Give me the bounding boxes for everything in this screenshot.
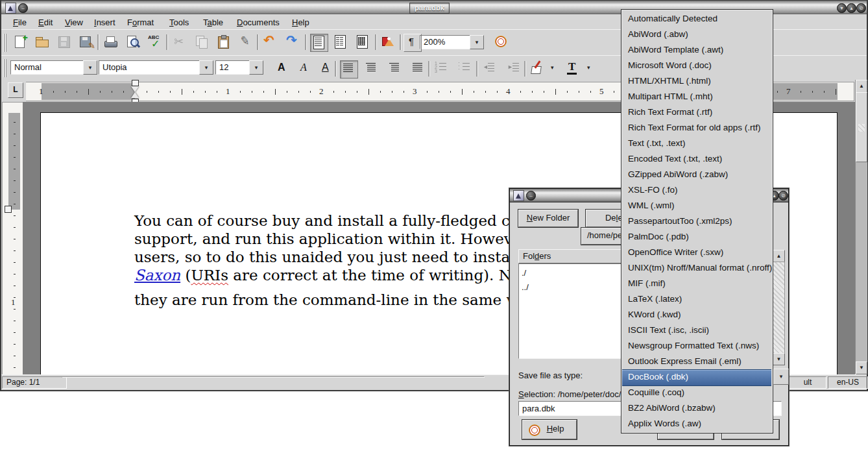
format-option[interactable]: ISCII Text (.isc, .iscii) [622, 323, 772, 338]
stylus-icon[interactable]: ✎ [237, 34, 254, 51]
font-combo[interactable]: Utopia [99, 60, 206, 75]
format-option[interactable]: UNIX(tm) Nroff/Manual format (.nroff) [622, 260, 772, 276]
format-option[interactable]: MIF (.mif) [622, 276, 772, 291]
menu-item-file[interactable]: File [13, 17, 27, 28]
spellcheck-icon[interactable]: ABC✓ [147, 34, 163, 51]
align-justify-icon[interactable] [410, 60, 427, 77]
format-option[interactable]: HTML/XHTML (.html) [622, 73, 772, 89]
format-option[interactable]: Multipart HTML (.mht) [622, 89, 772, 104]
redo-icon[interactable]: ↷ [284, 34, 301, 51]
pilcrow-icon[interactable]: ¶ [404, 34, 422, 52]
save-as-icon[interactable]: ✎ [78, 34, 95, 51]
format-option[interactable]: AbiWord (.abw) [622, 27, 772, 42]
new-document-icon[interactable]: + [12, 34, 29, 51]
bold-icon[interactable]: A [274, 60, 291, 77]
files-scroll-up-button[interactable]: ▲ [773, 250, 785, 262]
italic-icon[interactable]: A [296, 60, 313, 77]
format-option[interactable]: Microsoft Word (.doc) [622, 58, 772, 73]
style-combo-arrow[interactable]: ▾ [83, 60, 97, 75]
increase-indent-icon[interactable]: ► [506, 60, 523, 77]
underline-icon[interactable]: A [318, 60, 335, 77]
format-option[interactable]: OpenOffice Writer (.sxw) [622, 245, 772, 260]
format-option[interactable]: KWord (.kwd) [622, 307, 772, 323]
format-option[interactable]: Text (.txt, .text) [622, 136, 772, 151]
menu-item-table[interactable]: Table [203, 17, 223, 28]
align-left-icon[interactable] [340, 60, 358, 79]
size-combo-arrow[interactable]: ▾ [249, 60, 263, 75]
view-normal-icon[interactable] [310, 34, 328, 52]
folders-list-header[interactable]: Folders [518, 249, 623, 263]
format-option[interactable]: Coquille (.coq) [622, 385, 772, 400]
format-option[interactable]: LaTeX (.latex) [622, 291, 772, 307]
align-center-icon[interactable] [363, 60, 380, 77]
window-menu-button[interactable]: – [18, 3, 28, 13]
zoom-combo[interactable]: 200% [420, 35, 474, 49]
format-option[interactable]: Automatically Detected [622, 11, 772, 27]
view-web-icon[interactable] [332, 34, 349, 51]
insert-image-icon[interactable] [380, 34, 397, 51]
status-language[interactable]: en-US [828, 376, 868, 389]
format-option[interactable]: Outlook Express Email (.eml) [622, 354, 772, 369]
print-preview-icon[interactable] [125, 34, 141, 51]
format-option[interactable]: XSL-FO (.fo) [622, 182, 772, 198]
format-option-selected[interactable]: DocBook (.dbk) [622, 369, 771, 386]
files-scroll-down-button[interactable]: ▼ [773, 353, 785, 365]
zoom-combo-arrow[interactable]: ▾ [470, 35, 484, 49]
font-combo-arrow[interactable]: ▾ [199, 60, 213, 75]
print-icon[interactable] [102, 34, 119, 51]
saxon-hyperlink[interactable]: Saxon [134, 267, 180, 284]
format-option[interactable]: Rich Text Format (.rtf) [622, 104, 772, 120]
toolbar-grip[interactable] [3, 59, 6, 77]
format-option[interactable]: GZipped AbiWord (.zabw) [622, 167, 772, 182]
format-option[interactable]: PassepartoutToo (.xml2ps) [622, 213, 772, 229]
format-option[interactable]: BZ2 AbiWord (.bzabw) [622, 400, 772, 416]
cut-icon[interactable]: ✂ [171, 34, 188, 51]
format-option[interactable]: Newsgroup Formatted Text (.nws) [622, 338, 772, 354]
font-color-caret-icon[interactable]: ▾ [584, 60, 601, 77]
folder-list-item[interactable]: ../ [522, 282, 529, 292]
highlight-caret-icon[interactable]: ▾ [548, 60, 564, 77]
vertical-ruler[interactable]: 1 [2, 102, 23, 376]
first-line-indent-marker[interactable] [132, 80, 139, 86]
left-indent-marker-bottom[interactable] [131, 92, 139, 98]
save-type-combo-arrow[interactable]: ▾ [773, 369, 789, 385]
close-button[interactable]: ⊘ [856, 3, 866, 13]
format-option[interactable]: PalmDoc (.pdb) [622, 229, 772, 245]
scroll-down-button[interactable]: ▼ [856, 361, 867, 374]
scroll-up-button[interactable]: ▲ [856, 80, 867, 93]
paste-icon[interactable] [215, 34, 232, 51]
format-option[interactable]: Encoded Text (.txt, .text) [622, 151, 772, 167]
shade-button[interactable]: ▾ [837, 3, 847, 13]
menu-item-format[interactable]: Format [127, 17, 154, 28]
folders-listbox[interactable]: ./../ [518, 263, 622, 359]
menu-item-help[interactable]: Help [292, 17, 309, 28]
menu-item-insert[interactable]: Insert [94, 17, 115, 28]
menu-item-documents[interactable]: Documents [237, 17, 280, 28]
save-file-icon[interactable] [56, 34, 73, 51]
format-option[interactable]: AbiWord Template (.awt) [622, 42, 772, 58]
format-option[interactable]: Applix Words (.aw) [622, 416, 772, 432]
toolbar-grip[interactable] [3, 34, 6, 52]
numbered-list-icon[interactable]: 123 [433, 60, 450, 77]
copy-icon[interactable] [193, 34, 210, 51]
open-file-icon[interactable] [34, 34, 51, 51]
format-option[interactable]: Rich Text Format for old apps (.rtf) [622, 120, 772, 136]
help-icon[interactable] [493, 34, 510, 51]
left-indent-marker-top[interactable] [131, 86, 139, 92]
scrollbar-thumb[interactable] [856, 92, 867, 162]
decrease-indent-icon[interactable]: ◄ [481, 60, 498, 77]
top-margin-marker[interactable] [5, 206, 12, 213]
vertical-scrollbar[interactable]: ▲ ▼ [855, 80, 867, 374]
files-scrollbar-track[interactable] [773, 262, 785, 354]
view-print-icon[interactable] [354, 34, 371, 51]
format-option[interactable]: WML (.wml) [622, 198, 772, 213]
highlight-color-icon[interactable] [529, 60, 546, 77]
folder-list-item[interactable]: ./ [522, 268, 526, 278]
menu-item-tools[interactable]: Tools [169, 17, 189, 28]
tab-selector-button[interactable]: L [8, 82, 23, 98]
style-combo[interactable]: Normal [10, 60, 90, 75]
bullet-list-icon[interactable]: ··· [457, 60, 474, 77]
maximize-button[interactable]: ▴ [847, 3, 856, 13]
align-right-icon[interactable] [387, 60, 404, 77]
dialog-close-button[interactable]: ⊘ [778, 191, 788, 201]
